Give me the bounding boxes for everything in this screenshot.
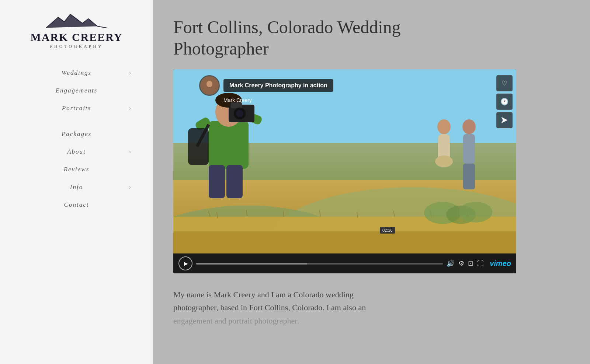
video-fullscreen-icon[interactable]: ⛶ bbox=[477, 260, 484, 267]
sidebar-item-about[interactable]: About › bbox=[0, 143, 153, 161]
svg-point-30 bbox=[437, 119, 451, 134]
video-play-button[interactable]: ▶ bbox=[178, 256, 192, 270]
description-text: My name is Mark Creery and I am a Colora… bbox=[173, 288, 483, 327]
sidebar-item-engagements[interactable]: Engagements bbox=[0, 82, 153, 99]
svg-point-33 bbox=[462, 119, 476, 134]
page-title: Fort Collins, Colorado Wedding Photograp… bbox=[173, 17, 461, 59]
chevron-right-icon: › bbox=[129, 105, 131, 112]
logo-area: Mark Creery Photography bbox=[15, 11, 137, 49]
vimeo-logo: vimeo bbox=[490, 259, 511, 268]
video-author-label: Mark Creery bbox=[223, 97, 252, 103]
main-nav: Weddings › Engagements Portraits › Packa… bbox=[0, 64, 153, 214]
svg-rect-28 bbox=[226, 165, 243, 198]
sidebar: Mark Creery Photography Weddings › Engag… bbox=[0, 0, 153, 364]
video-like-button[interactable]: ♡ bbox=[496, 75, 513, 91]
video-settings-icon[interactable]: ⚙ bbox=[458, 259, 464, 267]
avatar-image bbox=[201, 77, 218, 94]
send-icon bbox=[501, 116, 508, 124]
video-time-tooltip: 02:16 bbox=[380, 227, 395, 234]
video-share-button[interactable] bbox=[496, 112, 513, 128]
video-title-badge: Mark Creery Photography in action bbox=[223, 79, 333, 92]
svg-point-16 bbox=[459, 202, 492, 223]
brand-sub: Photography bbox=[50, 44, 103, 49]
sidebar-item-portraits[interactable]: Portraits › bbox=[0, 99, 153, 117]
sidebar-item-info[interactable]: Info › bbox=[0, 178, 153, 196]
video-avatar bbox=[199, 75, 220, 96]
main-content: Fort Collins, Colorado Wedding Photograp… bbox=[153, 0, 590, 364]
mountain-logo-icon bbox=[43, 11, 110, 29]
svg-rect-4 bbox=[173, 231, 516, 253]
svg-rect-23 bbox=[231, 102, 242, 108]
video-player[interactable]: Mark Creery Photography in action Mark C… bbox=[173, 69, 516, 273]
video-preview: Mark Creery Photography in action Mark C… bbox=[173, 69, 516, 253]
svg-point-32 bbox=[435, 155, 453, 167]
chevron-right-icon: › bbox=[129, 184, 131, 190]
chevron-right-icon: › bbox=[129, 70, 131, 76]
sidebar-item-weddings[interactable]: Weddings › bbox=[0, 64, 153, 82]
video-watch-later-button[interactable]: 🕐 bbox=[496, 94, 513, 110]
sidebar-item-packages[interactable]: Packages bbox=[0, 125, 153, 143]
vimeo-overlay: Mark Creery Photography in action bbox=[199, 75, 333, 96]
svg-rect-17 bbox=[209, 121, 249, 169]
svg-marker-39 bbox=[502, 117, 507, 123]
sidebar-item-reviews[interactable]: Reviews bbox=[0, 161, 153, 178]
svg-rect-35 bbox=[463, 164, 475, 189]
video-progress-bar[interactable] bbox=[196, 263, 443, 265]
video-progress-fill bbox=[196, 263, 307, 265]
svg-rect-29 bbox=[188, 128, 209, 165]
video-volume-icon[interactable]: 🔊 bbox=[447, 259, 455, 267]
chevron-right-icon: › bbox=[129, 148, 131, 155]
svg-point-37 bbox=[206, 81, 212, 87]
video-picture-in-picture-icon[interactable]: ⊡ bbox=[468, 259, 473, 267]
sidebar-item-contact[interactable]: Contact bbox=[0, 196, 153, 214]
svg-rect-34 bbox=[463, 134, 475, 164]
svg-rect-27 bbox=[209, 165, 225, 198]
brand-name: Mark Creery bbox=[30, 31, 122, 43]
couple-figure bbox=[428, 113, 487, 202]
svg-point-25 bbox=[236, 110, 243, 117]
video-controls-bar: ▶ 🔊 ⚙ ⊡ ⛶ vimeo bbox=[173, 253, 516, 273]
video-side-buttons: ♡ 🕐 bbox=[496, 75, 513, 128]
